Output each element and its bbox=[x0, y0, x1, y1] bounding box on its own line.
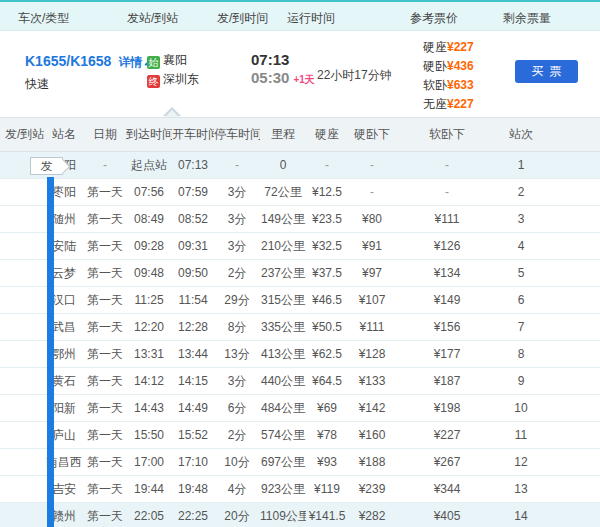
train-detail-panel: 车次/类型 发站/到站 发/到时间 运行时间 参考票价 剩余票量 K1655/K… bbox=[0, 0, 600, 527]
cell-stop_no: 2 bbox=[498, 179, 600, 206]
table-row: 云梦第一天09:4809:502分237公里¥37.5¥97¥1345 bbox=[0, 260, 600, 287]
cell-hard_seat: ¥69 bbox=[306, 395, 348, 422]
price-label: 无座 bbox=[423, 97, 447, 111]
cell-arrive_time: 起点站 bbox=[126, 152, 172, 179]
cell-marker bbox=[0, 206, 44, 233]
depart-time: 07:13 bbox=[251, 51, 315, 69]
price-line: 软卧¥633 bbox=[423, 76, 474, 95]
table-row: 赣州第一天22:0522:2520分1109公里¥141.5¥282¥40514 bbox=[0, 503, 600, 527]
cell-date: 第一天 bbox=[84, 206, 126, 233]
cell-hard_seat: ¥32.5 bbox=[306, 233, 348, 260]
cell-soft_sleeper_lower: ¥134 bbox=[396, 260, 498, 287]
cell-distance: 574公里 bbox=[260, 422, 306, 449]
cell-depart_time: 14:15 bbox=[172, 368, 214, 395]
panel-pointer-notch-fill bbox=[165, 110, 179, 117]
cell-marker bbox=[0, 260, 44, 287]
arrive-time: 05:30 bbox=[251, 69, 289, 86]
cell-marker bbox=[0, 341, 44, 368]
cell-hard_sleeper_lower: ¥111 bbox=[348, 314, 396, 341]
cell-stop_no: 9 bbox=[498, 368, 600, 395]
cell-depart_time: 13:44 bbox=[172, 341, 214, 368]
cell-depart_time: 15:52 bbox=[172, 422, 214, 449]
cell-hard_seat: - bbox=[306, 152, 348, 179]
cell-arrive_time: 17:00 bbox=[126, 449, 172, 476]
price-label: 硬卧 bbox=[423, 59, 447, 73]
summary-col-times: 发/到时间 bbox=[217, 10, 268, 27]
cell-hard_seat: ¥141.5 bbox=[306, 503, 348, 527]
table-row: 安陆第一天09:2809:313分210公里¥32.5¥91¥1264 bbox=[0, 233, 600, 260]
cell-date: - bbox=[84, 152, 126, 179]
cell-distance: 149公里 bbox=[260, 206, 306, 233]
cell-stop_duration: 2分 bbox=[214, 260, 260, 287]
cell-soft_sleeper_lower: ¥227 bbox=[396, 422, 498, 449]
table-row: 襄阳-起点站07:13-0---1 bbox=[0, 152, 600, 179]
cell-arrive_time: 22:05 bbox=[126, 503, 172, 527]
col-stop-duration: 停车时间 bbox=[214, 118, 260, 152]
buy-ticket-button[interactable]: 买票 bbox=[515, 60, 578, 83]
cell-soft_sleeper_lower: ¥149 bbox=[396, 287, 498, 314]
table-row: 庐山第一天15:5015:522分574公里¥78¥160¥22711 bbox=[0, 422, 600, 449]
col-soft-sleeper-lower: 软卧下 bbox=[396, 118, 498, 152]
cell-soft_sleeper_lower: ¥267 bbox=[396, 449, 498, 476]
cell-depart_time: 12:28 bbox=[172, 314, 214, 341]
cell-hard_sleeper_lower: ¥107 bbox=[348, 287, 396, 314]
cell-distance: 413公里 bbox=[260, 341, 306, 368]
stops-header-row: 发/到站 站名 日期 到达时间 开车时间 停车时间 里程 硬座 硬卧下 软卧下 … bbox=[0, 118, 600, 152]
cell-soft_sleeper_lower: ¥111 bbox=[396, 206, 498, 233]
train-info-row: K1655/K1658详情 快速 始襄阳 终深圳东 07:13 05:30+1天… bbox=[0, 31, 600, 117]
travel-duration: 22小时17分钟 bbox=[317, 67, 392, 84]
cell-stop_duration: 3分 bbox=[214, 179, 260, 206]
cell-depart_time: 14:49 bbox=[172, 395, 214, 422]
cell-distance: 335公里 bbox=[260, 314, 306, 341]
price-line: 无座¥227 bbox=[423, 95, 474, 114]
cell-arrive_time: 13:31 bbox=[126, 341, 172, 368]
col-station: 站名 bbox=[44, 118, 84, 152]
cell-date: 第一天 bbox=[84, 503, 126, 527]
cell-hard_sleeper_lower: ¥91 bbox=[348, 233, 396, 260]
train-number-line: K1655/K1658详情 bbox=[25, 53, 153, 71]
cell-date: 第一天 bbox=[84, 395, 126, 422]
cell-date: 第一天 bbox=[84, 179, 126, 206]
cell-distance: 0 bbox=[260, 152, 306, 179]
cell-marker bbox=[0, 314, 44, 341]
detail-link[interactable]: 详情 bbox=[118, 55, 142, 69]
cell-stop_duration: 8分 bbox=[214, 314, 260, 341]
cell-hard_seat: ¥23.5 bbox=[306, 206, 348, 233]
cell-date: 第一天 bbox=[84, 260, 126, 287]
cell-arrive_time: 08:49 bbox=[126, 206, 172, 233]
day-offset-note: +1天 bbox=[293, 74, 314, 85]
cell-soft_sleeper_lower: ¥198 bbox=[396, 395, 498, 422]
cell-stop_duration: 29分 bbox=[214, 287, 260, 314]
cell-soft_sleeper_lower: ¥405 bbox=[396, 503, 498, 527]
cell-hard_sleeper_lower: ¥142 bbox=[348, 395, 396, 422]
summary-col-stations: 发站/到站 bbox=[127, 10, 178, 27]
cell-arrive_time: 11:25 bbox=[126, 287, 172, 314]
cell-stop_no: 13 bbox=[498, 476, 600, 503]
col-stop-no: 站次 bbox=[498, 118, 600, 152]
cell-arrive_time: 07:56 bbox=[126, 179, 172, 206]
price-value: ¥633 bbox=[447, 78, 474, 92]
col-marker: 发/到站 bbox=[0, 118, 44, 152]
summary-header: 车次/类型 发站/到站 发/到时间 运行时间 参考票价 剩余票量 bbox=[0, 0, 600, 31]
cell-soft_sleeper_lower: ¥126 bbox=[396, 233, 498, 260]
origin-badge-icon: 始 bbox=[147, 56, 160, 69]
cell-arrive_time: 14:43 bbox=[126, 395, 172, 422]
col-depart-time: 开车时间 bbox=[172, 118, 214, 152]
summary-col-remaining: 剩余票量 bbox=[503, 10, 551, 27]
cell-stop_no: 12 bbox=[498, 449, 600, 476]
cell-depart_time: 07:13 bbox=[172, 152, 214, 179]
cell-date: 第一天 bbox=[84, 449, 126, 476]
cell-depart_time: 08:52 bbox=[172, 206, 214, 233]
cell-hard_seat: ¥64.5 bbox=[306, 368, 348, 395]
cell-stop_duration: 2分 bbox=[214, 422, 260, 449]
price-value: ¥227 bbox=[447, 40, 474, 54]
cell-stop_duration: 13分 bbox=[214, 341, 260, 368]
cell-hard_seat: ¥93 bbox=[306, 449, 348, 476]
cell-hard_sleeper_lower: ¥80 bbox=[348, 206, 396, 233]
route-progress-line bbox=[47, 177, 54, 527]
stops-table-body: 襄阳-起点站07:13-0---1枣阳第一天07:5607:593分72公里¥1… bbox=[0, 152, 600, 527]
cell-distance: 440公里 bbox=[260, 368, 306, 395]
summary-col-price: 参考票价 bbox=[410, 10, 458, 27]
cell-soft_sleeper_lower: - bbox=[396, 152, 498, 179]
cell-hard_sleeper_lower: ¥97 bbox=[348, 260, 396, 287]
